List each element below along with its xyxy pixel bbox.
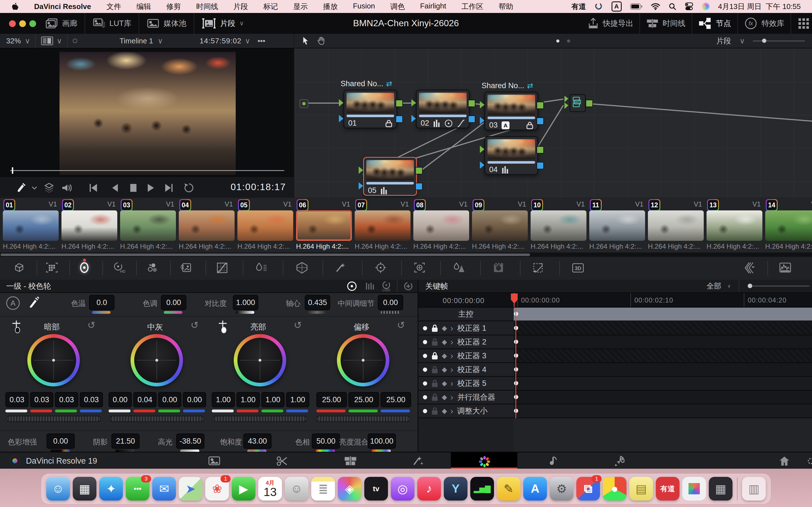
wheel-value-中灰-1[interactable]: 0.04 [133,392,156,407]
dock-notes-icon[interactable]: ≣ [311,477,335,501]
dock-launchpad-icon[interactable]: ▦ [73,477,96,501]
dock-stocks-icon[interactable]: ▂▅▇ [470,477,494,501]
dock-youdao-icon[interactable]: 有道 [656,477,679,501]
keyframe-diamond-icon[interactable]: ◆ [442,365,447,374]
page-tab-fairlight[interactable] [545,455,558,466]
qualifier-icon[interactable] [254,262,268,274]
dock-screen-app-icon[interactable]: ⧉1 [576,477,600,501]
dock-messages-icon[interactable]: •••3 [126,477,149,501]
kf-row-track-校正器 4[interactable] [514,363,812,376]
key-output[interactable] [537,117,544,125]
expand-chevron-icon[interactable]: › [450,365,453,374]
wheel-value-中灰-0[interactable]: 0.00 [109,392,132,407]
viewer-scrub-bar[interactable] [10,170,284,171]
key-output[interactable] [537,162,544,169]
rgb-output[interactable] [537,102,544,109]
lock-open-icon[interactable] [431,379,439,388]
wheel-indicator[interactable] [362,359,364,362]
param-value-5[interactable]: 100.00 [368,434,396,449]
page-tab-color[interactable] [451,452,517,469]
go-first-icon[interactable] [87,182,100,194]
clip-item-11[interactable]: 11V1H.264 High 4:2:... [588,198,646,252]
wheel-value-中灰-2[interactable]: 0.00 [158,392,181,407]
dock-safari-icon[interactable]: ✦ [99,477,123,501]
wheel-value-中灰-3[interactable]: 0.00 [183,392,206,407]
menu-item-0[interactable]: 文件 [107,2,121,11]
wheel-value-亮部-1[interactable]: 1.00 [237,392,260,407]
page-tab-fusion[interactable] [412,455,424,466]
titlebar-button-时间线[interactable]: 时间线 [646,17,686,30]
keyframe-zoom-slider[interactable] [750,286,809,286]
wheel-value-偏移-2[interactable]: 25.00 [380,392,411,407]
kf-row-track-校正器 5[interactable] [514,377,812,390]
close-window-button[interactable] [9,20,16,27]
kf-row-track-校正器 2[interactable] [514,335,812,348]
wheel-inner[interactable] [341,338,386,383]
menu-item-2[interactable]: 修剪 [166,2,181,11]
keyframe-zoom-knob[interactable] [748,284,752,288]
control-value-3[interactable]: 0.435 [305,295,330,310]
youdao-menu-item[interactable]: 有道 [571,2,586,11]
zoom-window-button[interactable] [29,20,36,27]
menu-item-9[interactable]: 调色 [390,2,405,11]
control-value-2[interactable]: 1.000 [233,295,258,310]
clip-item-08[interactable]: 08V1H.264 High 4:2:... [412,198,470,252]
layer-mixer-node[interactable] [569,94,586,112]
spotlight-search-icon[interactable] [668,3,676,10]
rgb-output[interactable] [468,100,475,107]
magic-mask-icon[interactable] [334,262,348,274]
rgb-output[interactable] [396,100,403,107]
dock-pencil-app-icon[interactable]: ✎ [497,477,520,501]
master-wheel-偏移[interactable] [316,416,410,422]
apple-menu-icon[interactable] [12,3,18,10]
clip-item-01[interactable]: 01V1H.264 High 4:2:... [2,198,60,252]
wheel-inner[interactable] [238,338,283,383]
menu-item-10[interactable]: Fairlight [420,2,446,11]
key-input[interactable] [480,117,485,124]
page-tab-media[interactable] [208,455,221,466]
kf-row-header-校正器 3[interactable]: ◆›校正器 3 [418,349,513,362]
timeline-name-select[interactable]: Timeline 1 [119,37,153,45]
dock-facetime-icon[interactable]: ▶ [232,477,255,501]
dock-photos-icon[interactable]: ❀1 [205,477,229,501]
3d-icon[interactable]: 3D [571,262,585,274]
lock-open-icon[interactable] [431,407,439,415]
camera-raw-icon[interactable] [12,262,26,274]
auto-balance-icon[interactable]: A [6,296,20,310]
clip-item-14[interactable]: 14V1H.264 High 4:2:... [764,198,812,252]
wheels-mode-icon[interactable] [346,281,357,292]
wheel-inner[interactable] [31,338,76,383]
step-back-icon[interactable] [109,182,122,194]
clip-item-02[interactable]: 02V1H.264 High 4:2:... [60,198,118,252]
blur-icon[interactable] [452,262,466,274]
corrector-node-04[interactable]: 04 [485,136,538,175]
menu-item-7[interactable]: 播放 [323,2,338,11]
pan-hand-icon[interactable] [317,36,326,45]
kf-row-track-并行混合器[interactable] [514,391,812,404]
curves-icon[interactable] [215,262,229,274]
lock-closed-icon[interactable] [431,351,439,360]
kf-enable-dot[interactable] [423,354,427,358]
kf-row-header-校正器 4[interactable]: ◆›校正器 4 [418,363,513,376]
log-mode-icon[interactable]: LOG [380,280,393,292]
kf-enable-dot[interactable] [423,326,427,330]
siri-icon[interactable] [702,3,710,10]
page-dot-active[interactable] [556,40,559,43]
expand-chevron-icon[interactable]: › [450,379,453,388]
dock-calendar-icon[interactable]: 4月13 [258,477,282,501]
dock-app-store-icon[interactable]: A [523,477,547,501]
wheel-value-偏移-0[interactable]: 25.00 [316,392,347,407]
corrector-node-01[interactable]: 01 [343,90,397,128]
key-input[interactable] [339,115,343,122]
keyframe-diamond-icon[interactable]: ◆ [442,379,447,387]
go-last-icon[interactable] [163,182,175,194]
mixer-output[interactable] [586,100,593,107]
menu-datetime[interactable]: 4月13日 周日 下午 10:55 [718,2,801,11]
param-value-2[interactable]: -38.50 [176,434,204,449]
key-input[interactable] [411,115,416,122]
wheel-value-暗部-1[interactable]: 0.03 [30,392,53,407]
expand-chevron-icon[interactable]: › [450,406,453,416]
wheel-inner[interactable] [134,338,179,383]
node-zoom-slider[interactable] [753,41,805,41]
key-output[interactable] [415,183,423,190]
